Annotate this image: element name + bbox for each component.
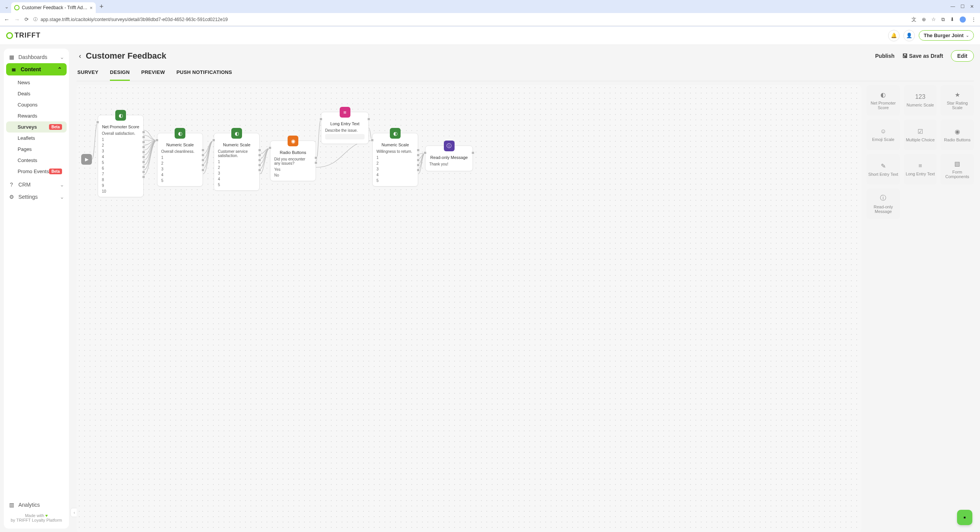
window-maximize-icon[interactable]: ☐ (960, 4, 965, 9)
bookmark-icon[interactable]: ☆ (931, 16, 936, 22)
profile-avatar-icon[interactable] (960, 16, 966, 23)
tab-dropdown-icon[interactable]: ⌄ (2, 4, 11, 10)
palette-radio-buttons[interactable]: ◉Radio Buttons (941, 119, 974, 150)
window-minimize-icon[interactable]: — (951, 4, 955, 9)
sidebar-item-promo-events[interactable]: Promo EventsBeta (6, 166, 67, 177)
port-out[interactable] (417, 149, 420, 152)
port-out[interactable] (142, 151, 145, 154)
new-tab-button[interactable]: + (96, 3, 108, 11)
nav-back-icon[interactable]: ← (4, 16, 10, 23)
port-out[interactable] (258, 164, 261, 167)
sidebar-item-deals[interactable]: Deals (6, 88, 67, 99)
zoom-icon[interactable]: ⊕ (922, 16, 926, 22)
port-out[interactable] (142, 131, 145, 134)
tab-survey[interactable]: SURVEY (77, 65, 98, 81)
sidebar-item-leaflets[interactable]: Leaflets (6, 133, 67, 144)
port-in[interactable] (96, 121, 99, 124)
port-out[interactable] (201, 169, 205, 172)
tab-close-icon[interactable]: × (90, 5, 93, 11)
port-out[interactable] (258, 154, 261, 157)
sidebar-analytics[interactable]: ▥ Analytics (4, 499, 69, 511)
menu-icon[interactable]: ⋮ (971, 16, 976, 22)
sidebar-group-dashboards[interactable]: ▦ Dashboards ⌄ (4, 51, 69, 63)
port-in[interactable] (212, 139, 215, 142)
palette-long-entry-text[interactable]: ≡Long Entry Text (904, 154, 937, 185)
palette-short-entry-text[interactable]: ✎Short Entry Text (867, 154, 900, 185)
sidebar-group-settings[interactable]: ⚙ Settings ⌄ (4, 191, 69, 203)
sidebar-item-contests[interactable]: Contests (6, 155, 67, 166)
sidebar-item-rewards[interactable]: Rewards (6, 110, 67, 121)
port-out[interactable] (417, 169, 420, 172)
site-info-icon[interactable]: ⓘ (33, 16, 38, 22)
port-out[interactable] (417, 154, 420, 157)
block-num2[interactable]: ◐Numeric ScaleCustomer service satisfact… (214, 133, 260, 191)
port-in[interactable] (371, 139, 374, 142)
sidebar-item-pages[interactable]: Pages (6, 144, 67, 155)
palette-read-only-message[interactable]: ⓘRead-only Message (867, 188, 900, 219)
block-long[interactable]: ≡Long Entry TextDescribe the issue. (321, 112, 369, 144)
port-out[interactable] (201, 154, 205, 157)
browser-tab[interactable]: Customer Feedback - Trifft Ad… × (11, 2, 96, 13)
port-out[interactable] (367, 118, 370, 121)
logo[interactable]: TRIFFT (6, 31, 41, 39)
block-num1[interactable]: ◐Numeric ScaleOverall cleanliness.12345 (157, 133, 203, 187)
window-close-icon[interactable]: ✕ (970, 4, 974, 9)
download-icon[interactable]: ⬇ (950, 16, 954, 22)
palette-multiple-choice[interactable]: ☑Multiple Choice (904, 119, 937, 150)
translate-icon[interactable]: 文 (911, 16, 916, 23)
port-out[interactable] (258, 149, 261, 152)
palette-form-components[interactable]: ▧Form Components (941, 154, 974, 185)
block-nps[interactable]: ◐Net Promoter ScoreOverall satisfaction.… (98, 115, 144, 197)
tab-preview[interactable]: PREVIEW (141, 65, 165, 81)
palette-net-promoter-score[interactable]: ◐Net Promoter Score (867, 85, 900, 116)
port-out[interactable] (258, 159, 261, 162)
tab-push-notifications[interactable]: PUSH NOTIFICATIONS (177, 65, 232, 81)
palette-numeric-scale[interactable]: 123Numeric Scale (904, 85, 937, 116)
tab-design[interactable]: DESIGN (110, 65, 130, 81)
port-out[interactable] (142, 141, 145, 144)
edit-button[interactable]: Edit (951, 50, 974, 62)
block-radio[interactable]: ◉Radio ButtonsDid you encounter any issu… (270, 141, 316, 181)
address-bar[interactable]: ⓘ app.stage.trifft.io/cacitokiy/content/… (33, 16, 907, 22)
port-out[interactable] (314, 156, 317, 159)
port-out[interactable] (258, 169, 261, 172)
port-out[interactable] (201, 164, 205, 167)
palette-star-rating-scale[interactable]: ★Star Rating Scale (941, 85, 974, 116)
port-out[interactable] (314, 161, 317, 164)
port-out[interactable] (201, 159, 205, 162)
port-out[interactable] (142, 156, 145, 159)
sidebar-group-content[interactable]: ≣ Content ⌃ (6, 63, 67, 75)
back-button[interactable]: ‹ (77, 51, 83, 61)
port-in[interactable] (424, 151, 427, 154)
start-node[interactable]: ▶ (81, 154, 92, 165)
palette-emoji-scale[interactable]: ☺Emoji Scale (867, 119, 900, 150)
org-switcher[interactable]: The Burger Joint ⌄ (919, 30, 974, 41)
port-out[interactable] (417, 164, 420, 167)
port-out[interactable] (142, 165, 145, 169)
sidebar-group-crm[interactable]: ? CRM ⌄ (4, 178, 69, 191)
notifications-button[interactable]: 🔔 (888, 30, 900, 41)
sidebar-item-surveys[interactable]: SurveysBeta (6, 121, 67, 133)
extensions-icon[interactable]: ⧉ (941, 16, 945, 23)
intercom-fab[interactable]: ▪ (957, 510, 972, 525)
port-in[interactable] (319, 118, 322, 121)
port-out[interactable] (142, 175, 145, 178)
port-out[interactable] (142, 170, 145, 174)
port-out[interactable] (142, 160, 145, 164)
port-out[interactable] (471, 151, 474, 154)
port-out[interactable] (417, 159, 420, 162)
nav-reload-icon[interactable]: ⟳ (25, 16, 29, 22)
sidebar-item-coupons[interactable]: Coupons (6, 99, 67, 110)
port-out[interactable] (142, 146, 145, 149)
account-button[interactable]: 👤 (903, 30, 915, 41)
port-in[interactable] (268, 146, 272, 149)
publish-button[interactable]: Publish (875, 53, 895, 59)
port-out[interactable] (142, 136, 145, 139)
save-draft-button[interactable]: 🖫Save as Draft (902, 53, 943, 59)
survey-canvas[interactable]: ▶ ◐Net Promoter ScoreOverall satisfactio… (77, 85, 861, 532)
sidebar-item-news[interactable]: News (6, 77, 67, 88)
port-out[interactable] (201, 149, 205, 152)
port-in[interactable] (155, 139, 159, 142)
block-num3[interactable]: ◐Numeric ScaleWillingness to return.1234… (372, 133, 418, 187)
block-readonly[interactable]: ⓘRead-only MessageThank you! (425, 146, 473, 171)
